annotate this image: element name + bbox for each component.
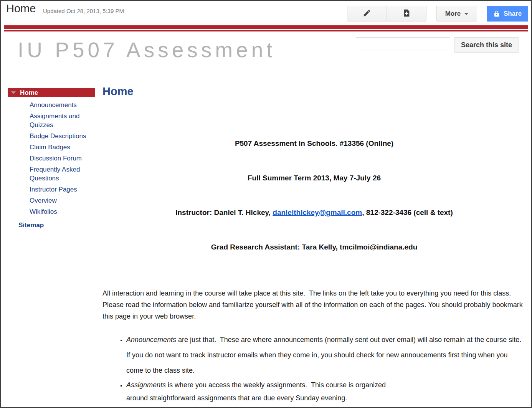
site-search: Search this site — [356, 37, 519, 53]
more-menu-button[interactable]: More — [436, 6, 477, 21]
sidebar-item-frequently-asked-questions[interactable]: Frequently Asked Questions — [30, 165, 96, 183]
sidebar-child-links: AnnouncementsAssignments and QuizzesBadg… — [1, 101, 95, 216]
instructor-label: Instructor: Daniel T. Hickey, — [175, 208, 273, 216]
toolbar-actions: More Share — [347, 6, 528, 21]
intro-paragraph: All interaction and learning in the cour… — [102, 287, 526, 322]
course-header-line4: Grad Research Assistant: Tara Kelly, tmc… — [102, 241, 526, 253]
bullet-discussion-forum: Discussion Forum is where you go to ask … — [126, 405, 526, 408]
sidebar-item-discussion-forum[interactable]: Discussion Forum — [30, 154, 96, 163]
page-title: Home — [6, 2, 36, 15]
bullet-assignments: Assignments is where you access the week… — [126, 378, 526, 405]
instructor-phone: , 812-322-3436 (cell & text) — [362, 208, 453, 216]
share-button[interactable]: Share — [487, 6, 528, 21]
theme-stripes — [4, 25, 528, 31]
share-button-label: Share — [504, 10, 522, 18]
collapse-triangle-icon[interactable] — [11, 91, 16, 94]
bullet-term: Assignments — [126, 381, 166, 389]
course-header-line2: Full Summer Term 2013, May 7-July 26 — [102, 172, 526, 184]
sidebar-item-claim-badges[interactable]: Claim Badges — [30, 143, 96, 152]
new-page-icon — [402, 9, 411, 19]
instructor-email-link[interactable]: danielthickey@gmail.com — [273, 208, 362, 216]
last-updated-timestamp: Updated Oct 28, 2013, 5:39 PM — [43, 8, 124, 14]
pencil-icon — [363, 9, 371, 19]
sidebar-item-sitemap[interactable]: Sitemap — [18, 221, 95, 229]
page-content: Home P507 Assessment In Schools. #13356 … — [95, 78, 531, 408]
sidebar-navigation: HomeAnnouncementsAssignments and Quizzes… — [1, 78, 95, 229]
sidebar-item-assignments-and-quizzes[interactable]: Assignments and Quizzes — [30, 112, 96, 129]
more-button-label: More — [445, 10, 461, 18]
bullet-announcements: Announcements are just that. These are w… — [126, 332, 526, 378]
google-sites-page: Home Updated Oct 28, 2013, 5:39 PM — [0, 0, 532, 408]
site-title: IU P507 Assessment — [18, 38, 276, 62]
new-page-button[interactable] — [387, 6, 426, 21]
course-header-line3: Instructor: Daniel T. Hickey, danielthic… — [102, 207, 526, 218]
stripe-thick — [4, 25, 528, 29]
feature-bullet-list: Announcements are just that. These are w… — [102, 332, 526, 408]
sidebar-item-home-selected[interactable]: Home — [8, 88, 95, 97]
sidebar-item-announcements[interactable]: Announcements — [30, 101, 96, 109]
course-header-block: P507 Assessment In Schools. #13356 (Onli… — [102, 115, 526, 276]
chevron-down-icon — [464, 13, 468, 15]
search-input[interactable] — [356, 37, 450, 51]
search-this-site-button[interactable]: Search this site — [454, 37, 519, 53]
content-heading: Home — [102, 85, 526, 98]
lock-icon — [493, 10, 500, 17]
main-area: HomeAnnouncementsAssignments and Quizzes… — [1, 78, 531, 408]
sidebar-item-instructor-pages[interactable]: Instructor Pages — [30, 185, 96, 194]
sidebar-item-wikifolios[interactable]: Wikifolios — [30, 207, 96, 216]
bullet-term: Announcements — [126, 336, 176, 344]
sidebar-selected-label: Home — [20, 89, 38, 97]
sidebar-item-badge-descriptions[interactable]: Badge Descriptions — [30, 132, 96, 140]
edit-page-button[interactable] — [347, 6, 387, 21]
course-header-line1: P507 Assessment In Schools. #13356 (Onli… — [102, 138, 526, 149]
sidebar-item-overview[interactable]: Overview — [30, 196, 96, 205]
top-toolbar: Home Updated Oct 28, 2013, 5:39 PM — [1, 1, 531, 25]
site-header: IU P507 Assessment Search this site — [1, 31, 531, 78]
